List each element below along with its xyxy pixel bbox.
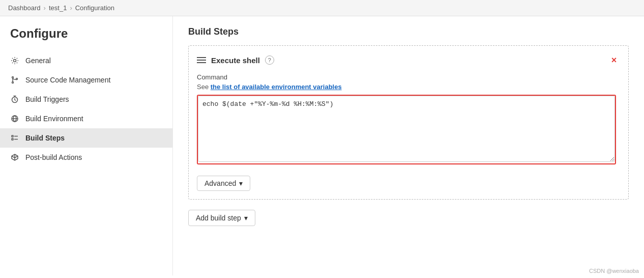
sidebar-item-general-label: General [25,57,51,65]
svg-point-1 [12,77,14,78]
sidebar-item-build-environment[interactable]: Build Environment [0,109,172,128]
section-title: Build Steps [188,26,629,37]
close-button[interactable]: × [608,54,620,66]
clock-icon [10,95,19,104]
sidebar-item-source-label: Source Code Management [25,76,110,84]
add-step-arrow: ▾ [244,214,248,222]
sidebar-item-source-code[interactable]: Source Code Management [0,70,172,90]
list-icon [10,133,19,143]
svg-rect-6 [12,135,13,137]
breadcrumb-dashboard[interactable]: Dashboard [8,4,41,12]
sidebar-item-post-build-label: Post-build Actions [25,153,82,161]
card-header: Execute shell ? × [197,54,620,66]
advanced-arrow: ▾ [239,179,243,187]
breadcrumb-config[interactable]: Configuration [75,4,114,12]
breadcrumb-sep-2: › [70,4,72,12]
breadcrumb-sep-1: › [44,4,46,12]
add-step-label: Add build step [196,214,241,222]
step-name: Execute shell [211,56,260,65]
sidebar-item-build-triggers[interactable]: Build Triggers [0,90,172,109]
build-step-card: Execute shell ? × Command See the list o… [188,45,629,200]
command-textarea[interactable]: echo $(date +"%Y-%m-%d %H:%M:%S") [198,96,615,162]
env-vars-line: See the list of available environment va… [197,83,620,91]
svg-rect-7 [12,138,13,140]
branch-icon [10,75,19,85]
env-vars-link[interactable]: the list of available environment variab… [211,83,342,91]
code-wrapper: echo $(date +"%Y-%m-%d %H:%M:%S") [197,95,616,164]
sidebar-item-environment-label: Build Environment [25,115,83,123]
command-label: Command [197,73,620,81]
sidebar-item-post-build[interactable]: Post-build Actions [0,148,172,167]
sidebar-item-general[interactable]: General [0,51,172,70]
card-header-left: Execute shell ? [197,55,274,65]
add-build-step-button[interactable]: Add build step ▾ [188,210,255,226]
cube-icon [10,153,19,162]
svg-point-2 [12,82,14,84]
drag-handle-icon[interactable] [197,57,206,63]
sidebar-item-triggers-label: Build Triggers [25,95,69,103]
advanced-label: Advanced [204,179,236,187]
svg-point-0 [14,60,16,62]
globe-icon [10,114,19,123]
help-icon[interactable]: ? [265,55,274,65]
sidebar-item-build-steps[interactable]: Build Steps [0,128,172,148]
env-vars-prefix: See [197,83,211,91]
watermark: CSDN @wenxiaoba [589,268,639,274]
sidebar-item-build-steps-label: Build Steps [25,134,65,142]
sidebar: Configure General Source Code M [0,16,173,275]
main-content: Build Steps Execute shell ? × Command Se… [173,16,644,275]
advanced-button[interactable]: Advanced ▾ [197,176,250,191]
sidebar-title: Configure [0,26,172,51]
breadcrumb-test1[interactable]: test_1 [49,4,67,12]
breadcrumb: Dashboard › test_1 › Configuration [0,0,644,16]
gear-icon [10,56,19,65]
